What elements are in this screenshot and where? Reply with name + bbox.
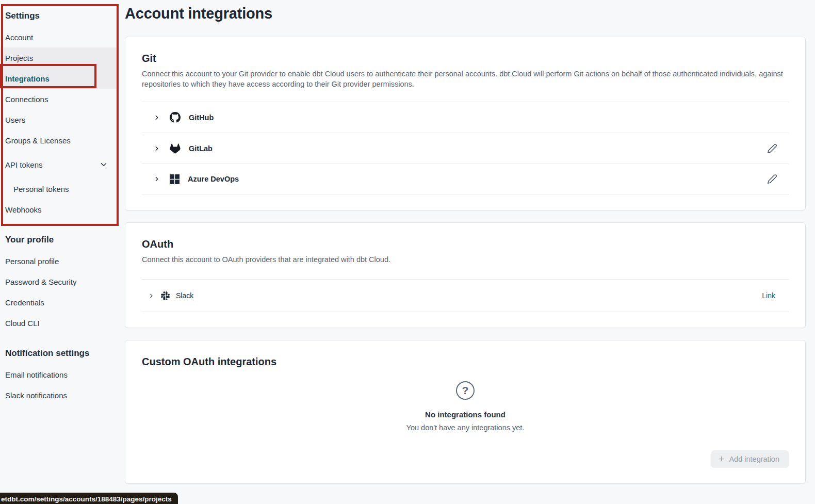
git-provider-list: GitHub GitLab [142,102,789,194]
edit-pencil-icon[interactable] [765,172,779,186]
slack-link-action[interactable]: Link [762,291,775,300]
oauth-section-title: OAuth [142,238,789,250]
custom-oauth-section-title: Custom OAuth integrations [142,356,789,368]
oauth-section-card: OAuth Connect this account to OAuth prov… [125,222,806,328]
git-section-title: Git [142,53,789,64]
sidebar-item-account[interactable]: Account [0,27,119,47]
question-circle-icon: ? [456,381,475,400]
chevron-right-icon [153,145,160,152]
sidebar-section-profile-title: Your profile [0,229,119,251]
git-row-gitlab[interactable]: GitLab [142,133,789,164]
sidebar-item-projects[interactable]: Projects [0,47,119,68]
page-title: Account integrations [125,5,806,22]
sidebar-item-connections[interactable]: Connections [0,89,119,109]
chevron-right-icon [153,114,160,121]
sidebar-item-integrations[interactable]: Integrations [0,68,119,89]
chevron-down-icon [99,160,108,169]
add-integration-button-label: Add integration [729,455,779,463]
sidebar-item-webhooks[interactable]: Webhooks [0,199,119,220]
plus-icon: + [719,456,724,463]
sidebar-item-slack-notifications[interactable]: Slack notifications [0,385,119,405]
sidebar-section-notifications-title: Notification settings [0,343,119,364]
sidebar-item-cloud-cli[interactable]: Cloud CLI [0,313,119,333]
empty-state-title: No integrations found [425,410,506,419]
sidebar-item-personal-tokens[interactable]: Personal tokens [0,178,119,199]
sidebar-item-users[interactable]: Users [0,109,119,130]
slack-icon [161,291,170,300]
azure-devops-icon [170,174,180,184]
oauth-section-description: Connect this account to OAuth providers … [142,254,789,265]
git-section-description: Connect this account to your Git provide… [142,69,789,89]
sidebar-item-groups-licenses[interactable]: Groups & Licenses [0,130,119,151]
empty-state-subtitle: You don't have any integrations yet. [406,424,525,432]
sidebar-section-settings-title: Settings [0,5,119,27]
gitlab-icon [170,143,181,154]
git-row-azure-devops[interactable]: Azure DevOps [142,164,789,194]
chevron-right-icon [148,292,155,299]
github-icon [170,112,181,123]
chevron-right-icon [153,175,160,183]
oauth-row-slack[interactable]: Slack Link [142,279,789,312]
sidebar-item-api-tokens[interactable]: API tokens [0,154,119,175]
oauth-provider-list: Slack Link [142,279,789,312]
oauth-row-label: Slack [176,291,193,300]
git-row-label: GitHub [189,113,214,122]
link-url-tooltip: etdbt.com/settings/accounts/188483/pages… [0,493,178,504]
settings-sidebar: Settings Account Projects Integrations C… [0,0,119,504]
add-integration-button[interactable]: + Add integration [711,450,789,468]
custom-oauth-section-card: Custom OAuth integrations ? No integrati… [125,340,806,484]
sidebar-item-password-security[interactable]: Password & Security [0,271,119,292]
git-row-label: Azure DevOps [188,175,239,183]
sidebar-item-personal-profile[interactable]: Personal profile [0,251,119,271]
git-row-label: GitLab [189,144,213,153]
empty-state: ? No integrations found You don't have a… [142,381,789,432]
git-section-card: Git Connect this account to your Git pro… [125,37,806,210]
sidebar-item-email-notifications[interactable]: Email notifications [0,364,119,385]
sidebar-item-credentials[interactable]: Credentials [0,292,119,313]
main-content: Account integrations Git Connect this ac… [119,0,815,504]
git-row-github[interactable]: GitHub [142,102,789,133]
sidebar-item-label: API tokens [5,160,43,169]
edit-pencil-icon[interactable] [765,141,779,156]
